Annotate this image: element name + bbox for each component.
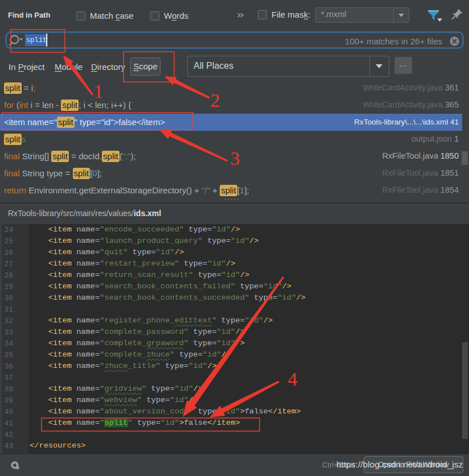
svg-text:3: 3 <box>231 148 240 169</box>
svg-text:1: 1 <box>94 81 104 102</box>
svg-text:4: 4 <box>288 369 298 390</box>
svg-text:2: 2 <box>211 90 220 111</box>
